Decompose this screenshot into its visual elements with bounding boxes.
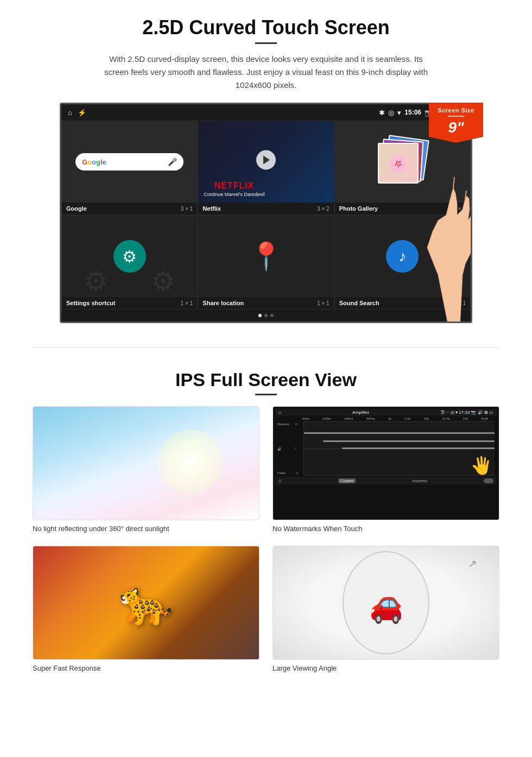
eq-label-vol: 🔊 (277, 447, 293, 451)
amp-icons: ☰ ··· ◎ ▾ 17:33 📷 🔊 ⊠ ▭ (441, 410, 493, 415)
car-caption: Large Viewing Angle (273, 664, 499, 672)
sunlight-image-box (33, 406, 259, 520)
eq-line-bot (304, 475, 495, 476)
loudness-label: loudness (412, 479, 427, 483)
android-screen: ⌂ ⚡ ✱ ◎ ▾ 15:06 📷 🔊 ⊠ ▭ (60, 103, 472, 323)
pagination-dot-2[interactable] (264, 314, 268, 317)
feature-amplifier: ⌂ Amplifier ☰ ··· ◎ ▾ 17:33 📷 🔊 ⊠ ▭ 60hz… (273, 406, 499, 533)
feature-grid: No light reflecting under 360° direct su… (33, 406, 499, 672)
status-time: 15:06 (404, 109, 421, 116)
gallery-app-name: Photo Gallery (339, 205, 378, 212)
app-cell-google[interactable]: Google 🎤 Google 3 × 1 (61, 121, 198, 215)
gear-icon: ⚙ (122, 247, 137, 266)
feature-car: 🚗 ↗ Large Viewing Angle (273, 546, 499, 672)
scale-0: 0 (295, 447, 301, 450)
app-grid-row2: ⚙ ⚙ ⚙ Settings shortcut 1 × 1 (61, 215, 471, 310)
gallery-grid-size: 2 × 2 (453, 206, 466, 212)
bluetooth-icon: ✱ (379, 109, 385, 117)
eq-freq-sub: SUB (482, 417, 488, 420)
settings-cell-inner: ⚙ ⚙ ⚙ (62, 216, 197, 297)
share-cell-inner: 📍 (198, 216, 333, 297)
car-arrow-icon: ↗ (468, 557, 477, 570)
pagination-dots (61, 310, 471, 321)
eq-freq-labels: 60hz 100hz 200hz 500hz 1k 2.5k 10k 12.5k… (275, 416, 497, 421)
loudness-toggle[interactable] (484, 478, 493, 483)
photo-stack: 🌸 (375, 135, 429, 189)
eq-side-labels: Balance 🔊 Fader (277, 421, 293, 476)
netflix-logo: NETFLIX (204, 181, 264, 191)
share-grid-size: 1 × 1 (317, 300, 330, 306)
feature-sunlight: No light reflecting under 360° direct su… (33, 406, 259, 533)
google-search-bar[interactable]: Google 🎤 (75, 153, 183, 171)
eq-freq-2k5: 2.5k (404, 417, 410, 420)
section-divider (33, 347, 499, 348)
app-cell-sound[interactable]: ♪ Sound Search 1 × 1 (334, 215, 471, 310)
amp-header: ⌂ Amplifier ☰ ··· ◎ ▾ 17:33 📷 🔊 ⊠ ▭ (275, 409, 497, 416)
eq-handle-3[interactable] (342, 447, 495, 449)
eq-handle-1[interactable] (304, 432, 495, 434)
pagination-dot-1[interactable] (258, 314, 262, 317)
amp-time: 17:33 (459, 410, 470, 415)
sunlight-image (33, 407, 259, 520)
eq-handle-2[interactable] (323, 440, 495, 442)
status-bar: ⌂ ⚡ ✱ ◎ ▾ 15:06 📷 🔊 ⊠ ▭ (61, 104, 471, 121)
sound-app-name: Sound Search (339, 300, 379, 306)
section-ips: IPS Full Screen View No light reflecting… (0, 358, 532, 689)
section2-title: IPS Full Screen View (33, 369, 499, 390)
sound-cell-inner: ♪ (335, 216, 470, 297)
usb-icon: ⚡ (78, 109, 86, 117)
amplifier-image: ⌂ Amplifier ☰ ··· ◎ ▾ 17:33 📷 🔊 ⊠ ▭ 60hz… (273, 407, 499, 520)
photo-card-front: 🌸 (378, 143, 419, 184)
app-grid-row1: Google 🎤 Google 3 × 1 (61, 121, 471, 215)
ghost-gear-1: ⚙ (84, 266, 108, 297)
amp-title: Amplifier (352, 410, 369, 415)
eq-freq-60: 60hz (302, 417, 309, 420)
touch-hand-icon: 🖐 (471, 455, 492, 476)
section2-underline (255, 394, 277, 395)
eq-freq-15k: 15k (463, 417, 468, 420)
ghost-gear-2: ⚙ (151, 266, 175, 297)
maps-pin-icon: 📍 (249, 241, 283, 272)
music-note-icon: ♪ (398, 248, 406, 265)
section1-description: With 2.5D curved-display screen, this de… (98, 53, 434, 92)
app-cell-share[interactable]: 📍 Share location 1 × 1 (198, 215, 334, 310)
car-top-view: 🚗 (370, 581, 403, 625)
feature-cheetah: 🐆 Super Fast Response (33, 546, 259, 672)
sound-label-row: Sound Search 1 × 1 (335, 297, 470, 309)
cheetah-caption: Super Fast Response (33, 664, 259, 672)
settings-label-row: Settings shortcut 1 × 1 (62, 297, 197, 309)
amplifier-image-box: ⌂ Amplifier ☰ ··· ◎ ▾ 17:33 📷 🔊 ⊠ ▭ 60hz… (273, 406, 499, 520)
netflix-overlay: NETFLIX Continue Marvel's Daredevil (204, 181, 264, 197)
google-label-row: Google 3 × 1 (62, 203, 197, 215)
app-cell-netflix[interactable]: NETFLIX Continue Marvel's Daredevil Netf… (198, 121, 334, 215)
badge-divider (448, 116, 464, 117)
settings-grid-size: 1 × 1 (181, 300, 193, 306)
netflix-subtitle: Continue Marvel's Daredevil (204, 192, 264, 197)
google-cell-inner: Google 🎤 (62, 121, 197, 203)
google-grid-size: 3 × 1 (181, 206, 193, 212)
share-app-name: Share location (202, 300, 244, 306)
home-icon[interactable]: ⌂ (68, 109, 72, 117)
car-image-box: 🚗 ↗ (273, 546, 499, 660)
scale-neg10: -10 (295, 471, 301, 475)
app-cell-settings[interactable]: ⚙ ⚙ ⚙ Settings shortcut 1 × 1 (61, 215, 198, 310)
netflix-play-button[interactable] (256, 150, 276, 169)
sunlight-caption: No light reflecting under 360° direct su… (33, 525, 259, 533)
pagination-dot-3[interactable] (270, 314, 274, 317)
gallery-label-row: Photo Gallery 2 × 2 (335, 203, 470, 215)
car-oval: 🚗 (343, 551, 429, 654)
status-bar-left: ⌂ ⚡ (68, 109, 86, 117)
badge-size: 9" (432, 119, 480, 136)
eq-freq-10k: 10k (424, 417, 429, 420)
title-underline (255, 42, 277, 44)
mic-icon[interactable]: 🎤 (168, 157, 177, 166)
ghost-icons: ⚙ ⚙ (62, 266, 197, 297)
eq-body: Balance 🔊 Fader 10 0 -10 (275, 421, 497, 476)
share-label-row: Share location 1 × 1 (198, 297, 333, 309)
car-image: 🚗 ↗ (273, 546, 499, 659)
custom-button[interactable]: Custom (338, 478, 356, 483)
settings-app-name: Settings shortcut (66, 300, 115, 306)
google-app-name: Google (66, 205, 87, 212)
netflix-grid-size: 3 × 2 (317, 206, 330, 212)
sun-glare (157, 430, 223, 495)
